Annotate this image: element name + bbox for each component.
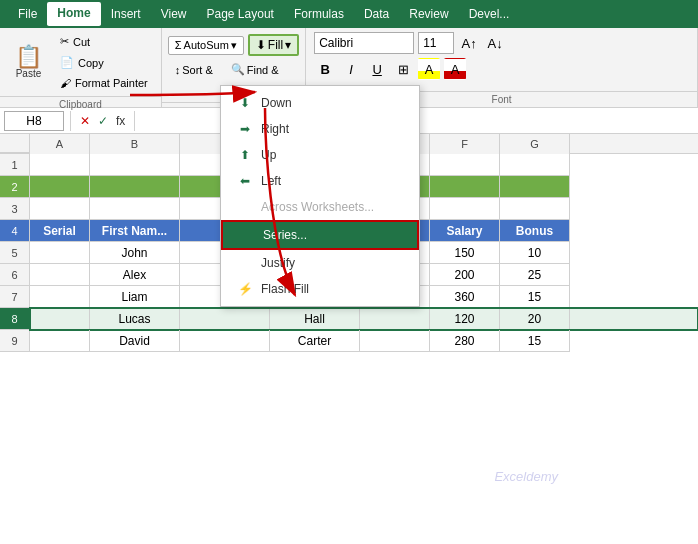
row-num-1[interactable]: 1 bbox=[0, 154, 30, 176]
cell-f4[interactable]: Salary bbox=[430, 220, 500, 242]
find-button[interactable]: 🔍 Find & bbox=[224, 60, 286, 79]
fill-series-item[interactable]: Series... bbox=[221, 220, 419, 250]
cell-f9[interactable]: 280 bbox=[430, 330, 500, 352]
cell-f3[interactable] bbox=[430, 198, 500, 220]
cut-label: Cut bbox=[73, 36, 90, 48]
cell-a7[interactable] bbox=[30, 286, 90, 308]
border-button[interactable]: ⊞ bbox=[392, 58, 414, 80]
format-painter-button[interactable]: 🖌 Format Painter bbox=[55, 74, 153, 92]
cell-f5[interactable]: 150 bbox=[430, 242, 500, 264]
font-size-input[interactable] bbox=[418, 32, 454, 54]
fill-justify-label: Justify bbox=[261, 256, 295, 270]
autosum-button[interactable]: Σ AutoSum ▾ bbox=[168, 36, 244, 55]
row-num-9[interactable]: 9 bbox=[0, 330, 30, 352]
underline-button[interactable]: U bbox=[366, 58, 388, 80]
cell-b6[interactable]: Alex bbox=[90, 264, 180, 286]
sort-icon: ↕ bbox=[175, 64, 181, 76]
cell-d9[interactable]: Carter bbox=[270, 330, 360, 352]
row-num-2[interactable]: 2 bbox=[0, 176, 30, 198]
insert-function-button[interactable]: fx bbox=[113, 114, 128, 128]
cell-f2[interactable] bbox=[430, 176, 500, 198]
cell-b7[interactable]: Liam bbox=[90, 286, 180, 308]
cell-g3[interactable] bbox=[500, 198, 570, 220]
menu-formulas[interactable]: Formulas bbox=[284, 3, 354, 25]
cell-b5[interactable]: John bbox=[90, 242, 180, 264]
row-num-6[interactable]: 6 bbox=[0, 264, 30, 286]
row-num-4[interactable]: 4 bbox=[0, 220, 30, 242]
copy-button[interactable]: 📄 Copy bbox=[55, 53, 153, 72]
cell-g4[interactable]: Bonus bbox=[500, 220, 570, 242]
decrease-font-button[interactable]: A↓ bbox=[484, 32, 506, 54]
row-num-7[interactable]: 7 bbox=[0, 286, 30, 308]
cell-g9[interactable]: 15 bbox=[500, 330, 570, 352]
col-header-b[interactable]: B bbox=[90, 134, 180, 154]
font-color-button[interactable]: A bbox=[444, 58, 466, 80]
menu-insert[interactable]: Insert bbox=[101, 3, 151, 25]
cell-f8[interactable]: 120 bbox=[430, 308, 500, 330]
cell-a9[interactable] bbox=[30, 330, 90, 352]
cell-b1[interactable] bbox=[90, 154, 180, 176]
menu-view[interactable]: View bbox=[151, 3, 197, 25]
increase-font-button[interactable]: A↑ bbox=[458, 32, 480, 54]
col-header-f[interactable]: F bbox=[430, 134, 500, 154]
menu-home[interactable]: Home bbox=[47, 2, 100, 26]
cell-b8[interactable]: Lucas bbox=[90, 308, 180, 330]
fill-button[interactable]: ⬇ Fill ▾ bbox=[248, 34, 299, 56]
cell-f6[interactable]: 200 bbox=[430, 264, 500, 286]
table-row: David Carter 280 15 bbox=[30, 330, 698, 352]
fill-right-item[interactable]: ➡ Right bbox=[221, 116, 419, 142]
cell-c8[interactable] bbox=[180, 308, 270, 330]
cell-b2[interactable] bbox=[90, 176, 180, 198]
cell-g8[interactable]: 20 bbox=[500, 308, 570, 330]
cell-c9[interactable] bbox=[180, 330, 270, 352]
fill-left-item[interactable]: ⬅ Left bbox=[221, 168, 419, 194]
cell-a4[interactable]: Serial bbox=[30, 220, 90, 242]
copy-label: Copy bbox=[78, 57, 104, 69]
bold-button[interactable]: B bbox=[314, 58, 336, 80]
paste-button[interactable]: 📋 Paste bbox=[8, 41, 49, 84]
menu-file[interactable]: File bbox=[8, 3, 47, 25]
cell-a5[interactable] bbox=[30, 242, 90, 264]
cell-a3[interactable] bbox=[30, 198, 90, 220]
fill-flash-fill-item[interactable]: ⚡ Flash Fill bbox=[221, 276, 419, 302]
sort-button[interactable]: ↕ Sort & bbox=[168, 61, 220, 79]
col-header-g[interactable]: G bbox=[500, 134, 570, 154]
row-num-3[interactable]: 3 bbox=[0, 198, 30, 220]
confirm-formula-button[interactable]: ✓ bbox=[95, 114, 111, 128]
fill-down-item[interactable]: ⬇ Down bbox=[221, 90, 419, 116]
cell-b9[interactable]: David bbox=[90, 330, 180, 352]
col-header-a[interactable]: A bbox=[30, 134, 90, 154]
fill-up-item[interactable]: ⬆ Up bbox=[221, 142, 419, 168]
cell-f1[interactable] bbox=[430, 154, 500, 176]
paste-icon: 📋 bbox=[15, 46, 42, 68]
cell-a8[interactable] bbox=[30, 308, 90, 330]
cell-g5[interactable]: 10 bbox=[500, 242, 570, 264]
table-row: Lucas Hall 120 20 bbox=[30, 308, 698, 330]
cell-a1[interactable] bbox=[30, 154, 90, 176]
cell-e9[interactable] bbox=[360, 330, 430, 352]
cell-f7[interactable]: 360 bbox=[430, 286, 500, 308]
cell-g1[interactable] bbox=[500, 154, 570, 176]
row-num-8[interactable]: 8 bbox=[0, 308, 30, 330]
menu-review[interactable]: Review bbox=[399, 3, 458, 25]
cell-g7[interactable]: 15 bbox=[500, 286, 570, 308]
cell-b3[interactable] bbox=[90, 198, 180, 220]
menu-page-layout[interactable]: Page Layout bbox=[197, 3, 284, 25]
fill-justify-item[interactable]: Justify bbox=[221, 250, 419, 276]
italic-button[interactable]: I bbox=[340, 58, 362, 80]
cell-b4[interactable]: First Nam... bbox=[90, 220, 180, 242]
cell-g2[interactable] bbox=[500, 176, 570, 198]
cell-g6[interactable]: 25 bbox=[500, 264, 570, 286]
menu-developer[interactable]: Devel... bbox=[459, 3, 520, 25]
cell-reference-input[interactable] bbox=[4, 111, 64, 131]
cell-a2[interactable] bbox=[30, 176, 90, 198]
cut-button[interactable]: ✂ Cut bbox=[55, 32, 153, 51]
cell-d8[interactable]: Hall bbox=[270, 308, 360, 330]
font-name-input[interactable] bbox=[314, 32, 414, 54]
cell-e8[interactable] bbox=[360, 308, 430, 330]
fill-color-button[interactable]: A bbox=[418, 58, 440, 80]
menu-data[interactable]: Data bbox=[354, 3, 399, 25]
cell-a6[interactable] bbox=[30, 264, 90, 286]
cancel-formula-button[interactable]: ✕ bbox=[77, 114, 93, 128]
row-num-5[interactable]: 5 bbox=[0, 242, 30, 264]
